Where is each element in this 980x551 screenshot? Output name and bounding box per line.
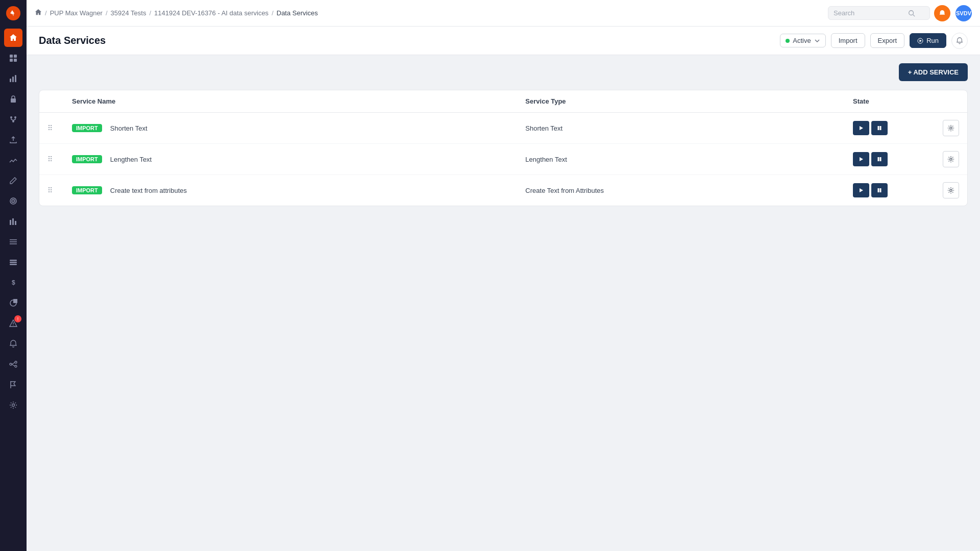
sidebar-item-deploy[interactable] (4, 110, 22, 129)
state-pause-button-1[interactable] (871, 152, 888, 166)
gear-icon-0 (947, 124, 954, 132)
actions-cell-2 (926, 175, 967, 206)
state-play-button-0[interactable] (853, 121, 869, 135)
status-badge[interactable]: Active (780, 34, 825, 47)
svg-rect-8 (11, 98, 16, 103)
svg-point-29 (15, 361, 17, 363)
service-name-cell-1: IMPORT Lengthen Text (64, 144, 517, 175)
import-badge-2: IMPORT (72, 186, 102, 194)
import-badge-1: IMPORT (72, 155, 102, 163)
drag-handle-1[interactable]: ⠿ (47, 155, 53, 163)
search-input[interactable] (834, 9, 905, 17)
svg-rect-40 (878, 126, 879, 130)
topbar: / PUP Max Wagner / 35924 Tests / 1141924… (27, 0, 980, 27)
state-cell-1 (845, 144, 926, 175)
alert-badge: ! (14, 315, 21, 322)
sidebar-item-list2[interactable] (4, 253, 22, 271)
import-button[interactable]: Import (831, 33, 865, 48)
col-service-type: Service Type (517, 90, 845, 113)
content-area: + ADD SERVICE Service Name Service Type … (27, 55, 980, 551)
table-body: ⠿ IMPORT Shorten Text Shorten Text (39, 113, 967, 206)
svg-rect-41 (880, 126, 881, 130)
breadcrumb-sep-4: / (272, 9, 274, 17)
export-button[interactable]: Export (870, 33, 905, 48)
notification-icon[interactable] (934, 5, 950, 21)
breadcrumb-link-3[interactable]: 1141924 DEV-16376 - AI data services (154, 9, 268, 17)
svg-rect-7 (15, 75, 16, 82)
avatar[interactable]: SVDV (955, 5, 972, 21)
sidebar-item-edit[interactable] (4, 171, 22, 190)
sidebar-item-upload[interactable] (4, 131, 22, 149)
svg-rect-23 (10, 264, 17, 265)
svg-rect-21 (10, 260, 17, 261)
sidebar-item-lock[interactable] (4, 90, 22, 108)
svg-rect-4 (14, 59, 17, 62)
home-icon[interactable] (35, 9, 42, 17)
sidebar-item-list[interactable] (4, 233, 22, 251)
breadcrumb-link-1[interactable]: PUP Max Wagner (50, 9, 103, 17)
service-name-1: Lengthen Text (110, 156, 152, 163)
sidebar-item-chart[interactable] (4, 151, 22, 169)
drag-handle-0[interactable]: ⠿ (47, 124, 53, 132)
service-type-cell-2: Create Text from Attributes (517, 175, 845, 206)
svg-marker-43 (860, 157, 863, 161)
sidebar: $ ! (0, 0, 27, 551)
drag-handle-2[interactable]: ⠿ (47, 186, 53, 194)
service-name-cell-0: IMPORT Shorten Text (64, 113, 517, 144)
col-actions (926, 90, 967, 113)
sidebar-item-bell[interactable] (4, 335, 22, 353)
service-type-2: Create Text from Attributes (525, 187, 604, 194)
breadcrumb-link-2[interactable]: 35924 Tests (111, 9, 146, 17)
page-actions: Active Import Export Run (780, 33, 968, 49)
gear-button-2[interactable] (943, 182, 959, 198)
app-logo[interactable] (4, 4, 22, 22)
run-button[interactable]: Run (910, 33, 946, 48)
run-icon (917, 38, 923, 44)
sidebar-item-alert[interactable]: ! (4, 314, 22, 333)
drag-cell-2: ⠿ (39, 175, 64, 206)
svg-rect-3 (10, 59, 13, 62)
gear-button-0[interactable] (943, 120, 959, 136)
sidebar-item-barchart[interactable] (4, 212, 22, 231)
sidebar-item-dollar[interactable]: $ (4, 273, 22, 292)
state-play-button-1[interactable] (853, 152, 869, 166)
drag-cell-0: ⠿ (39, 113, 64, 144)
svg-marker-47 (860, 188, 863, 192)
sidebar-item-pie[interactable] (4, 294, 22, 312)
breadcrumb: / PUP Max Wagner / 35924 Tests / 1141924… (35, 9, 824, 17)
run-label: Run (926, 37, 939, 44)
page-bell-button[interactable] (951, 33, 968, 49)
svg-rect-2 (14, 55, 17, 58)
sidebar-item-analytics[interactable] (4, 69, 22, 88)
svg-point-35 (909, 10, 914, 15)
gear-icon-1 (947, 156, 954, 163)
svg-rect-17 (15, 221, 16, 225)
services-table-container: Service Name Service Type State ⠿ (39, 90, 968, 206)
svg-point-10 (14, 116, 16, 118)
breadcrumb-sep-3: / (149, 9, 151, 17)
sidebar-item-home[interactable] (4, 29, 22, 47)
svg-point-9 (10, 116, 12, 118)
service-type-1: Lengthen Text (525, 156, 567, 163)
sidebar-item-integrations[interactable] (4, 355, 22, 373)
search-bar[interactable] (828, 6, 930, 20)
table-header-row: Service Name Service Type State (39, 90, 967, 113)
svg-rect-48 (878, 188, 879, 192)
actions-cell-1 (926, 144, 967, 175)
sidebar-item-target[interactable] (4, 192, 22, 210)
actions-cell-0 (926, 113, 967, 144)
page-header: Data Services Active Import Export Run (27, 27, 980, 55)
state-pause-button-2[interactable] (871, 183, 888, 197)
svg-rect-49 (880, 188, 881, 192)
main-content: / PUP Max Wagner / 35924 Tests / 1141924… (27, 0, 980, 551)
state-play-button-2[interactable] (853, 183, 869, 197)
col-state: State (845, 90, 926, 113)
gear-button-1[interactable] (943, 151, 959, 167)
add-service-button[interactable]: + ADD SERVICE (899, 63, 968, 81)
sidebar-item-grid[interactable] (4, 49, 22, 67)
page-title: Data Services (39, 35, 780, 46)
col-service-name: Service Name (64, 90, 517, 113)
sidebar-item-settings[interactable] (4, 396, 22, 414)
state-pause-button-0[interactable] (871, 121, 888, 135)
sidebar-item-flag[interactable] (4, 375, 22, 394)
